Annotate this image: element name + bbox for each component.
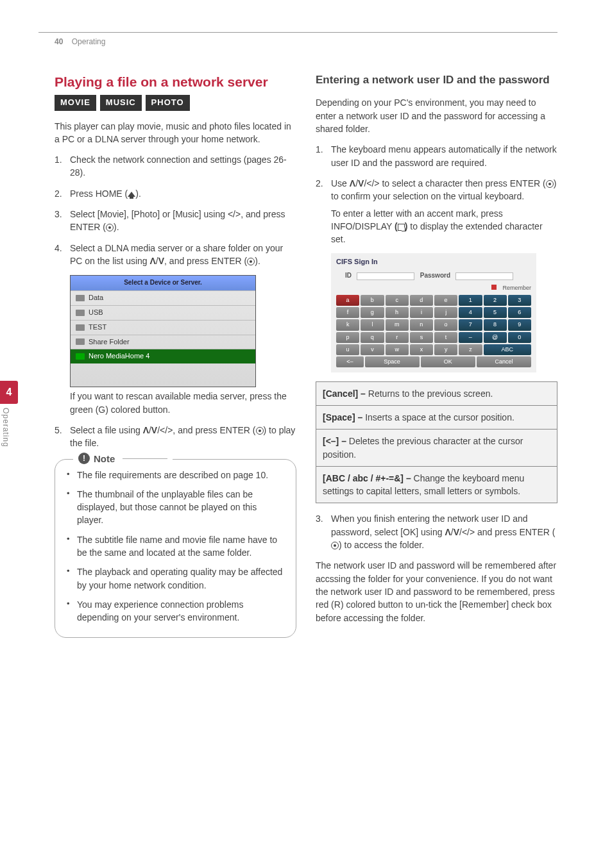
rstep-3: When you finish entering the network use… [316, 512, 557, 551]
def-back: [<–] – Deletes the previous character at… [316, 430, 557, 467]
enter-icon [256, 427, 264, 435]
step-2: Press HOME (). [55, 187, 296, 200]
rescan-text: If you want to rescan available media se… [55, 390, 296, 416]
header-section: Operating [72, 37, 106, 46]
right-intro: Depending on your PC's environment, you … [316, 96, 557, 135]
step-1: Check the network connection and setting… [55, 153, 296, 179]
def-cancel: [Cancel] – Returns to the previous scree… [316, 381, 557, 405]
note-icon: ! [78, 453, 90, 464]
badge-photo: PHOTO [146, 95, 190, 111]
info-display-icon [398, 224, 405, 231]
note-item: You may experience connection problems d… [67, 598, 284, 624]
note-box: ! Note The file requirements are describ… [55, 459, 296, 638]
page-number: 40 [55, 37, 63, 46]
sub-heading: Entering a network user ID and the passw… [316, 73, 557, 87]
definition-table: [Cancel] – Returns to the previous scree… [316, 381, 557, 504]
note-item: The file requirements are described on p… [67, 469, 284, 481]
rstep-1: The keyboard menu appears automatically … [316, 143, 557, 169]
closing-text: The network user ID and password will be… [316, 559, 557, 624]
section-title: Playing a file on a network server [55, 73, 296, 90]
media-badges: MOVIE MUSIC PHOTO [55, 95, 296, 111]
chapter-number: 4 [0, 381, 18, 403]
folder-icon [76, 338, 85, 345]
note-item: The subtitle file name and movie file na… [67, 533, 284, 560]
enter-icon [106, 224, 114, 231]
device-list-screenshot: Select a Device or Server. Data USB TEST… [70, 275, 256, 387]
intro-text: This player can play movie, music and ph… [55, 120, 296, 146]
accent-text: To enter a letter with an accent mark, p… [316, 207, 557, 246]
note-label: ! Note [73, 452, 173, 466]
step-5: Select a file using Λ/V/</>, and press E… [55, 424, 296, 450]
server-icon [76, 353, 85, 360]
def-abc: [ABC / abc / #+-=&] – Change the keyboar… [316, 466, 557, 503]
disc-icon [76, 295, 85, 301]
rstep-2: Use Λ/V/</> to select a character then p… [316, 177, 557, 203]
pc-icon [76, 324, 85, 331]
enter-icon [247, 258, 255, 265]
page-header: 40 Operating [38, 37, 557, 47]
kb-title: CIFS Sign In [336, 257, 531, 267]
note-item: The thumbnail of the unplayable files ca… [67, 488, 284, 527]
def-space: [Space] – Inserts a space at the cursor … [316, 405, 557, 429]
screenshot-title: Select a Device or Server. [71, 276, 255, 290]
note-item: The playback and operating quality may b… [67, 565, 284, 592]
home-icon [128, 192, 135, 197]
enter-icon [546, 180, 554, 188]
step-4: Select a DLNA media server or a share fo… [55, 242, 296, 268]
step-3: Select [Movie], [Photo] or [Music] using… [55, 208, 296, 234]
chapter-label: Operating [0, 408, 11, 447]
badge-movie: MOVIE [55, 95, 96, 111]
side-tab: 4 Operating [0, 381, 18, 447]
badge-music: MUSIC [100, 95, 142, 111]
usb-icon [76, 310, 85, 316]
keyboard-screenshot: CIFS Sign In ID Password Remember abcde1… [331, 253, 536, 372]
enter-icon [331, 542, 339, 549]
